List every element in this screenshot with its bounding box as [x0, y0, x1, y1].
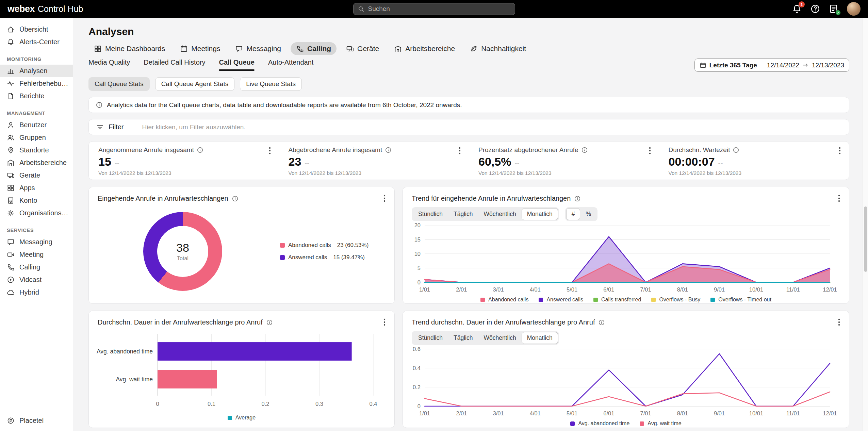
kpi-period: Von 12/14/2022 bis 12/13/2023	[98, 170, 274, 176]
sidebar-item-organisationseinstellun[interactable]: Organisationseinstellun...	[0, 207, 73, 219]
pill-call-queue-agent-stats[interactable]: Call Queue Agent Stats	[155, 77, 235, 91]
tab-arbeitsbereiche[interactable]: Arbeitsbereiche	[389, 42, 460, 55]
toggle-täglich[interactable]: Täglich	[448, 332, 478, 344]
date-start-field[interactable]: 12/14/2022 12/13/2023	[762, 59, 849, 71]
tab-calling[interactable]: Calling	[291, 42, 337, 55]
toggle-wöchentlich[interactable]: Wöchentlich	[478, 208, 521, 220]
sidebar-item-konto[interactable]: Konto	[0, 194, 73, 207]
toggle-monatlich[interactable]: Monatlich	[522, 208, 558, 220]
sidebar-item-analysen[interactable]: Analysen	[0, 65, 73, 77]
sidebar-item-fehlerbehebung[interactable]: Fehlerbehebung	[0, 77, 73, 90]
sidebar-item-alerts-center[interactable]: Alerts-Center	[0, 36, 73, 48]
pill-call-queue-stats[interactable]: Call Queue Stats	[88, 77, 150, 91]
notifications-button[interactable]: 1	[792, 4, 802, 14]
subtab-detailed-call-history[interactable]: Detailed Call History	[144, 59, 205, 71]
sidebar-item-berichte[interactable]: Berichte	[0, 90, 73, 102]
unit-toggle-group: #%	[565, 207, 597, 221]
kpi-menu-button[interactable]	[265, 146, 274, 155]
toggle-count[interactable]: #	[566, 208, 580, 220]
toggle-stündlich[interactable]: Stündlich	[413, 208, 448, 220]
card-title: Eingehende Anrufe in Anrufwarteschlangen	[98, 195, 228, 202]
tab-meine-dashboards[interactable]: Meine Dashboards	[88, 42, 170, 55]
sidebar-item-hybrid[interactable]: Hybrid	[0, 286, 73, 299]
subtab-auto-attendant[interactable]: Auto-Attendant	[268, 59, 313, 71]
tab-geräte[interactable]: Geräte	[341, 42, 384, 55]
info-icon[interactable]	[574, 195, 581, 202]
sidebar-item-standorte[interactable]: Standorte	[0, 144, 73, 156]
legend-item-abandoned-calls: Abandoned calls	[480, 297, 528, 303]
subtab-call-queue[interactable]: Call Queue	[219, 59, 254, 71]
toggle-täglich[interactable]: Täglich	[448, 208, 478, 220]
sidebar-item-geräte[interactable]: Geräte	[0, 169, 73, 182]
card-menu-button[interactable]	[835, 318, 844, 327]
search-input[interactable]: Suchen	[353, 3, 515, 15]
card-title: Trend für eingehende Anrufe in Anrufwart…	[412, 195, 571, 202]
legend-item-abandoned-calls: Abandoned calls23 (60.53%)	[280, 242, 369, 249]
date-range-picker[interactable]: Letzte 365 Tage 12/14/2022 12/13/2023	[694, 59, 849, 72]
kpi-value: 00:00:07	[669, 155, 715, 168]
alert-bell-icon	[7, 38, 15, 46]
toggle-monatlich[interactable]: Monatlich	[522, 332, 558, 344]
header-actions: 1	[792, 2, 861, 16]
sidebar-item-benutzer[interactable]: Benutzer	[0, 119, 73, 131]
sidebar-item-calling[interactable]: Calling	[0, 261, 73, 273]
stat-tab-pills: Call Queue StatsCall Queue Agent StatsLi…	[88, 77, 849, 91]
kpi-title-row: Angenommene Anrufe insgesamt	[98, 146, 274, 154]
onboarding-button[interactable]	[829, 4, 839, 14]
info-icon[interactable]	[266, 319, 273, 326]
sidebar-item-übersicht[interactable]: Übersicht	[0, 23, 73, 36]
kpi-abgebrochene-anrufe-insgesamt: Abgebrochene Anrufe insgesamt23--Von 12/…	[279, 146, 469, 176]
legend-item-average: Average	[228, 415, 256, 421]
top-header: webex Control Hub Suchen 1	[0, 0, 868, 18]
hbar-legend: Average	[89, 415, 394, 421]
kpi-menu-button[interactable]	[835, 146, 844, 155]
subtab-media-quality[interactable]: Media Quality	[88, 59, 130, 71]
sidebar-item-gruppen[interactable]: Gruppen	[0, 131, 73, 144]
date-end-field[interactable]: 12/13/2023	[812, 62, 844, 69]
svg-text:5/01: 5/01	[567, 286, 577, 293]
help-button[interactable]	[810, 4, 820, 14]
tab-meetings[interactable]: Meetings	[175, 42, 226, 55]
legend-item-overflows-timed-out: Overflows - Timed out	[710, 297, 771, 303]
sidebar-item-apps[interactable]: Apps	[0, 182, 73, 194]
card-menu-button[interactable]	[380, 318, 389, 327]
svg-text:0: 0	[156, 401, 159, 407]
svg-text:0.6: 0.6	[413, 346, 421, 352]
tab-label: Messaging	[246, 45, 281, 53]
trend-chart: 00.20.40.61/012/013/014/015/016/017/018/…	[403, 345, 849, 420]
tab-label: Arbeitsbereiche	[405, 45, 455, 53]
sidebar-item-messaging[interactable]: Messaging	[0, 236, 73, 248]
sidebar-item-arbeitsbereiche[interactable]: Arbeitsbereiche	[0, 156, 73, 169]
tab-nachhaltigkeit[interactable]: Nachhaltigkeit	[464, 42, 531, 55]
legend-swatch	[710, 298, 715, 302]
incoming-calls-trend-card: Trend für eingehende Anrufe in Anrufwart…	[403, 187, 849, 304]
location-icon	[7, 146, 15, 154]
info-icon[interactable]	[598, 319, 605, 326]
tab-messaging[interactable]: Messaging	[230, 42, 286, 55]
filter-bar[interactable]: Filter Hier klicken, um Filter auszuwähl…	[88, 119, 849, 135]
kpi-menu-button[interactable]	[645, 146, 654, 155]
svg-text:2/01: 2/01	[456, 410, 467, 416]
sidebar-item-vidcast[interactable]: Vidcast	[0, 273, 73, 286]
sidebar-item-meeting[interactable]: Meeting	[0, 248, 73, 261]
kebab-icon	[455, 146, 464, 155]
sidebar-item-label: Berichte	[19, 92, 44, 100]
users-icon	[7, 134, 15, 142]
toggle-stündlich[interactable]: Stündlich	[413, 332, 448, 344]
svg-text:0.4: 0.4	[413, 365, 421, 371]
toggle-wöchentlich[interactable]: Wöchentlich	[478, 332, 521, 344]
kpi-title: Durchschn. Wartezeit	[669, 146, 730, 154]
kpi-menu-button[interactable]	[455, 146, 464, 155]
legend-item-avg-abandoned-time: Avg. abandoned time	[570, 420, 629, 427]
scrollbar-track[interactable]	[863, 18, 868, 431]
date-range-preset[interactable]: Letzte 365 Tage	[695, 59, 762, 71]
pill-live-queue-stats[interactable]: Live Queue Stats	[240, 77, 302, 91]
card-menu-button[interactable]	[380, 194, 389, 203]
toggle-percent[interactable]: %	[580, 208, 596, 220]
scrollbar-thumb[interactable]	[864, 206, 867, 272]
sidebar-item-placetel[interactable]: Placetel	[0, 414, 73, 427]
trend-toggle-row: StündlichTäglichWöchentlichMonatlich#%	[403, 202, 849, 221]
card-menu-button[interactable]	[835, 194, 844, 203]
avatar[interactable]	[847, 2, 861, 16]
info-icon[interactable]	[232, 195, 239, 202]
